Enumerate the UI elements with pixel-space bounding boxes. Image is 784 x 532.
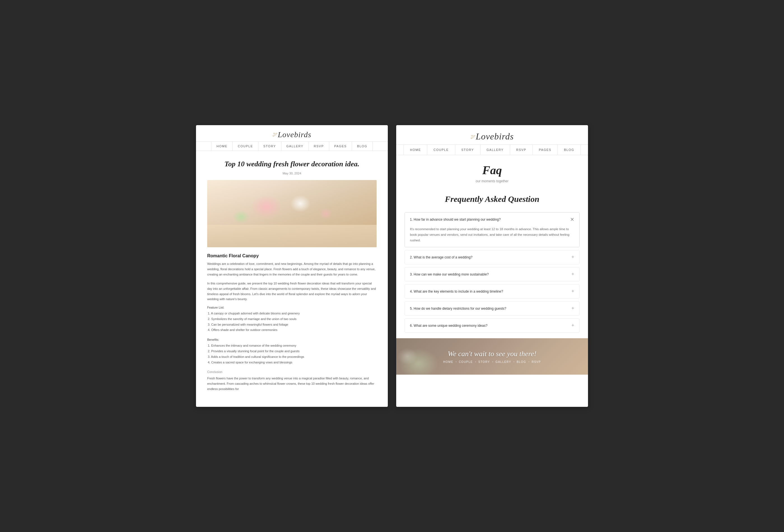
faq-item-4: 4. What are the key elements to include … (404, 284, 580, 299)
left-logo: 🕊Lovebirds (199, 130, 385, 139)
faq-question-1[interactable]: 1. How far in advance should we start pl… (405, 213, 579, 226)
right-nav: HOME COUPLE STORY GALLERY RSVP PAGES BLO… (396, 144, 588, 155)
footer-banner: We can't wait to see you there! HOME • C… (396, 338, 588, 375)
blog-conclusion-text: Fresh flowers have the power to transfor… (207, 376, 376, 391)
blog-benefits-label: Benefits: (207, 338, 376, 341)
right-nav-pages[interactable]: PAGES (533, 145, 558, 155)
faq-item-2: 2. What is the average cost of a wedding… (404, 250, 580, 264)
blog-feature-label: Feature List: (207, 306, 376, 309)
footer-dot-4: • (513, 360, 515, 363)
faq-toggle-3: + (571, 271, 574, 277)
faq-subtitle: our moments together (402, 179, 582, 183)
footer-dot-1: • (455, 360, 457, 363)
two-panel-layout: 🕊Lovebirds HOME COUPLE STORY GALLERY RSV… (196, 125, 588, 407)
blog-para-1: Weddings are a celebration of love, comm… (207, 261, 376, 277)
faq-item-5: 5. How do we handle dietary restrictions… (404, 301, 580, 315)
right-brand-header: 🕊Lovebirds (396, 125, 588, 144)
footer-nav-rsvp[interactable]: RSVP (532, 360, 541, 363)
benefit-item-1: 1. Enhances the intimacy and romance of … (207, 343, 376, 348)
faq-toggle-4: + (571, 288, 574, 294)
faq-question-2[interactable]: 2. What is the average cost of a wedding… (405, 250, 579, 264)
right-nav-rsvp[interactable]: RSVP (510, 145, 533, 155)
faq-question-text-5: 5. How do we handle dietary restrictions… (410, 307, 506, 310)
faq-toggle-5: + (571, 306, 574, 311)
feature-item-1: 1. A canopy or chuppah adorned with deli… (207, 311, 376, 316)
blog-conclusion-label: Conclusion (207, 370, 376, 373)
left-panel: 🕊Lovebirds HOME COUPLE STORY GALLERY RSV… (196, 125, 388, 407)
footer-dot-3: • (492, 360, 493, 363)
right-nav-couple[interactable]: COUPLE (427, 145, 455, 155)
footer-script-text: We can't wait to see you there! (448, 350, 536, 358)
blog-para-2: In this comprehensive guide, we present … (207, 281, 376, 302)
footer-nav-story[interactable]: STORY (478, 360, 490, 363)
faq-toggle-1: ✕ (570, 217, 574, 223)
left-nav-blog[interactable]: BLOG (352, 142, 373, 151)
left-nav-rsvp[interactable]: RSVP (309, 142, 329, 151)
left-nav-gallery[interactable]: GALLERY (281, 142, 309, 151)
faq-item-1: 1. How far in advance should we start pl… (404, 212, 580, 247)
faq-question-6[interactable]: 6. What are some unique wedding ceremony… (405, 319, 579, 332)
blog-date: May 30, 2024 (207, 172, 376, 175)
faq-item-3: 3. How can we make our wedding more sust… (404, 267, 580, 281)
right-panel: 🕊Lovebirds HOME COUPLE STORY GALLERY RSV… (396, 125, 588, 407)
left-nav-story[interactable]: STORY (258, 142, 281, 151)
faq-question-3[interactable]: 3. How can we make our wedding more sust… (405, 268, 579, 281)
faq-item-6: 6. What are some unique wedding ceremony… (404, 318, 580, 333)
faq-toggle-2: + (571, 254, 574, 260)
blog-title: Top 10 wedding fresh flower decoration i… (207, 159, 376, 169)
right-nav-gallery[interactable]: GALLERY (480, 145, 510, 155)
faq-header: Faq our moments together (396, 155, 588, 194)
feature-item-4: 4. Offers shade and shelter for outdoor … (207, 327, 376, 333)
footer-nav-home[interactable]: HOME (443, 360, 453, 363)
right-nav-blog[interactable]: BLOG (558, 145, 581, 155)
left-nav-pages[interactable]: PAGES (329, 142, 352, 151)
bird-icon-left: 🕊 (273, 132, 277, 137)
footer-nav-blog[interactable]: BLOG (516, 360, 526, 363)
bird-icon-right: 🕊 (470, 134, 475, 139)
right-nav-story[interactable]: STORY (455, 145, 480, 155)
faq-answer-1: It's recommended to start planning your … (405, 226, 579, 247)
feature-item-2: 2. Symbolizes the sanctity of marriage a… (207, 316, 376, 322)
blog-benefits-list: 1. Enhances the intimacy and romance of … (207, 343, 376, 365)
left-nav: HOME COUPLE STORY GALLERY RSVP PAGES BLO… (196, 141, 388, 151)
faq-question-text-6: 6. What are some unique wedding ceremony… (410, 324, 487, 328)
left-brand-header: 🕊Lovebirds (196, 125, 388, 141)
footer-dot-5: • (528, 360, 530, 363)
benefit-item-4: 4. Creates a sacred space for exchanging… (207, 360, 376, 365)
faq-page-title: Faq (402, 164, 582, 177)
faq-question-text-2: 2. What is the average cost of a wedding… (410, 255, 472, 259)
footer-nav-gallery[interactable]: GALLERY (495, 360, 511, 363)
blog-hero-table (207, 225, 376, 247)
faq-list: 1. How far in advance should we start pl… (396, 212, 588, 333)
faq-question-text-3: 3. How can we make our wedding more sust… (410, 273, 488, 276)
feature-item-3: 3. Can be personalized with meaningful f… (207, 322, 376, 328)
faq-question-text-4: 4. What are the key elements to include … (410, 289, 503, 293)
footer-banner-content: We can't wait to see you there! HOME • C… (396, 338, 588, 375)
right-nav-home[interactable]: HOME (403, 145, 427, 155)
faq-toggle-6: + (571, 323, 574, 329)
faq-main-title: Frequently Asked Question (396, 194, 588, 204)
faq-question-4[interactable]: 4. What are the key elements to include … (405, 284, 579, 298)
left-nav-couple[interactable]: COUPLE (233, 142, 258, 151)
faq-question-text-1: 1. How far in advance should we start pl… (410, 218, 501, 222)
blog-content: Top 10 wedding fresh flower decoration i… (196, 151, 388, 407)
blog-feature-list: 1. A canopy or chuppah adorned with deli… (207, 311, 376, 333)
footer-nav: HOME • COUPLE • STORY • GALLERY • BLOG •… (443, 360, 541, 363)
benefit-item-2: 2. Provides a visually stunning focal po… (207, 348, 376, 354)
left-nav-home[interactable]: HOME (211, 142, 233, 151)
footer-nav-couple[interactable]: COUPLE (459, 360, 473, 363)
faq-question-5[interactable]: 5. How do we handle dietary restrictions… (405, 302, 579, 315)
blog-hero-image (207, 180, 376, 247)
benefit-item-3: 3. Adds a touch of tradition and cultura… (207, 354, 376, 360)
footer-dot-2: • (475, 360, 476, 363)
right-logo: 🕊Lovebirds (399, 131, 585, 142)
blog-section-title: Romantic Floral Canopy (207, 253, 376, 258)
